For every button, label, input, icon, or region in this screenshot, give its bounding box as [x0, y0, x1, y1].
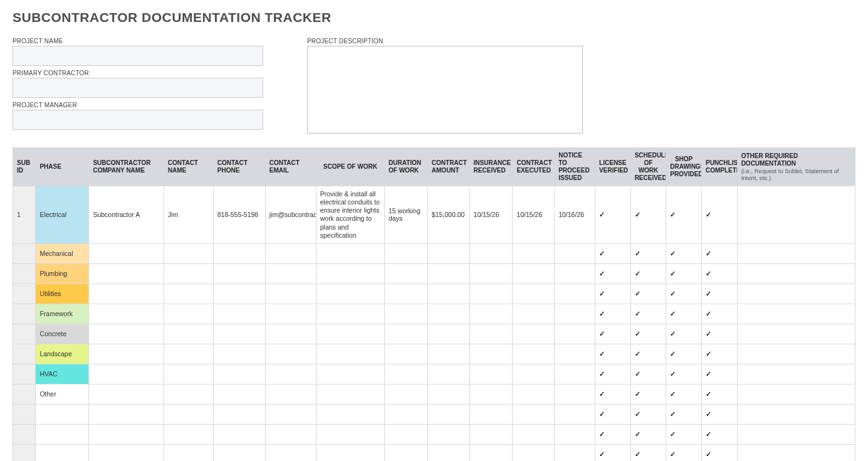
cell-license-verified[interactable]: ✓: [595, 404, 630, 424]
cell-notice[interactable]: [555, 283, 595, 304]
cell-duration[interactable]: 15 working days: [385, 186, 428, 244]
cell-contact-phone[interactable]: [213, 283, 265, 304]
cell-contact-name[interactable]: [164, 304, 213, 324]
cell-sub-id[interactable]: [13, 324, 36, 344]
cell-duration[interactable]: [385, 444, 428, 461]
cell-amount[interactable]: [427, 283, 469, 304]
cell-shop-drawings[interactable]: ✓: [666, 324, 702, 344]
cell-company[interactable]: [89, 444, 164, 461]
cell-insurance[interactable]: [469, 304, 513, 324]
cell-executed[interactable]: [513, 304, 555, 324]
cell-sub-id[interactable]: [13, 283, 36, 304]
cell-scope[interactable]: [316, 304, 384, 324]
cell-contact-name[interactable]: [164, 384, 213, 404]
cell-notice[interactable]: [555, 344, 595, 364]
cell-insurance[interactable]: [469, 444, 513, 461]
cell-scope[interactable]: [316, 444, 384, 461]
cell-scope[interactable]: [316, 404, 384, 424]
cell-punchlist[interactable]: ✓: [701, 404, 737, 424]
cell-contact-email[interactable]: [265, 404, 316, 424]
cell-contact-email[interactable]: [265, 324, 316, 344]
cell-duration[interactable]: [385, 304, 428, 324]
cell-insurance[interactable]: [469, 243, 513, 263]
cell-license-verified[interactable]: ✓: [595, 243, 630, 263]
cell-punchlist[interactable]: ✓: [701, 304, 737, 324]
cell-punchlist[interactable]: ✓: [701, 384, 737, 404]
cell-insurance[interactable]: [469, 424, 513, 444]
cell-insurance[interactable]: [469, 344, 513, 364]
cell-contact-email[interactable]: [265, 364, 316, 384]
cell-scope[interactable]: [316, 364, 384, 384]
cell-phase[interactable]: Plumbing: [36, 263, 89, 283]
cell-insurance[interactable]: [469, 384, 513, 404]
table-row[interactable]: Landscape✓✓✓✓: [13, 344, 855, 364]
cell-executed[interactable]: [513, 243, 555, 263]
cell-phase[interactable]: Electrical: [36, 186, 89, 244]
cell-schedule-received[interactable]: ✓: [630, 444, 666, 461]
cell-company[interactable]: [89, 283, 164, 304]
cell-license-verified[interactable]: ✓: [595, 444, 630, 461]
cell-duration[interactable]: [385, 424, 428, 444]
cell-schedule-received[interactable]: ✓: [630, 344, 666, 364]
cell-contact-email[interactable]: [265, 263, 316, 283]
cell-contact-email[interactable]: [265, 384, 316, 404]
cell-scope[interactable]: [316, 283, 384, 304]
cell-sub-id[interactable]: [13, 404, 36, 424]
cell-schedule-received[interactable]: ✓: [630, 283, 666, 304]
cell-contact-email[interactable]: [265, 283, 316, 304]
cell-executed[interactable]: [513, 384, 555, 404]
cell-amount[interactable]: [427, 444, 469, 461]
cell-other-doc[interactable]: [737, 344, 855, 364]
cell-other-doc[interactable]: [737, 324, 855, 344]
cell-executed[interactable]: [513, 424, 555, 444]
cell-company[interactable]: [89, 304, 164, 324]
cell-phase[interactable]: [36, 424, 89, 444]
cell-executed[interactable]: [513, 364, 555, 384]
cell-punchlist[interactable]: ✓: [701, 186, 737, 244]
cell-contact-email[interactable]: [265, 243, 316, 263]
cell-other-doc[interactable]: [737, 243, 855, 263]
cell-punchlist[interactable]: ✓: [701, 283, 737, 304]
cell-notice[interactable]: [555, 404, 595, 424]
cell-contact-phone[interactable]: [213, 243, 265, 263]
cell-license-verified[interactable]: ✓: [595, 283, 630, 304]
cell-scope[interactable]: [316, 263, 384, 283]
cell-license-verified[interactable]: ✓: [595, 344, 630, 364]
cell-duration[interactable]: [385, 283, 428, 304]
cell-scope[interactable]: [316, 243, 384, 263]
cell-other-doc[interactable]: [737, 444, 855, 461]
cell-amount[interactable]: [427, 304, 469, 324]
cell-amount[interactable]: $15,000.00: [427, 186, 469, 244]
cell-other-doc[interactable]: [737, 263, 855, 283]
cell-contact-phone[interactable]: [213, 324, 265, 344]
cell-amount[interactable]: [427, 364, 469, 384]
cell-scope[interactable]: [316, 384, 384, 404]
cell-amount[interactable]: [427, 324, 469, 344]
project-description-input[interactable]: [307, 46, 583, 134]
cell-phase[interactable]: Mechanical: [36, 243, 89, 263]
table-row[interactable]: Plumbing✓✓✓✓: [13, 263, 855, 283]
cell-executed[interactable]: [513, 283, 555, 304]
cell-contact-phone[interactable]: 818-555-5198: [213, 186, 265, 244]
cell-scope[interactable]: [316, 344, 384, 364]
cell-shop-drawings[interactable]: ✓: [666, 304, 702, 324]
cell-other-doc[interactable]: [737, 304, 855, 324]
cell-notice[interactable]: [555, 384, 595, 404]
cell-notice[interactable]: [555, 243, 595, 263]
cell-sub-id[interactable]: [13, 304, 36, 324]
cell-contact-name[interactable]: [164, 364, 213, 384]
cell-contact-name[interactable]: Jim: [164, 186, 213, 244]
cell-insurance[interactable]: [469, 404, 513, 424]
cell-amount[interactable]: [427, 243, 469, 263]
cell-license-verified[interactable]: ✓: [595, 304, 630, 324]
project-manager-input[interactable]: [13, 110, 263, 130]
cell-notice[interactable]: 10/16/26: [555, 186, 595, 244]
cell-scope[interactable]: [316, 324, 384, 344]
cell-contact-name[interactable]: [164, 243, 213, 263]
cell-contact-name[interactable]: [164, 324, 213, 344]
cell-executed[interactable]: [513, 263, 555, 283]
cell-contact-email[interactable]: jim@subcontract: [265, 186, 316, 244]
cell-duration[interactable]: [385, 243, 428, 263]
cell-phase[interactable]: Landscape: [36, 344, 89, 364]
table-row[interactable]: ✓✓✓✓: [13, 444, 855, 461]
